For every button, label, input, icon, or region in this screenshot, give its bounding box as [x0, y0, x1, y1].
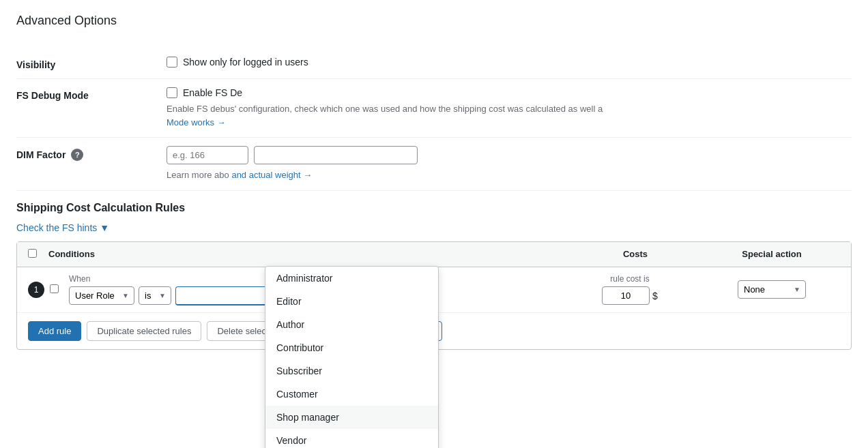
- dim-label-row: DIM Factor ?: [16, 149, 167, 161]
- condition-type-wrapper: User Role ▼: [69, 286, 134, 305]
- header-costs: Costs: [567, 249, 704, 259]
- user-role-dropdown: Administrator Editor Author Contributor …: [265, 266, 439, 448]
- section-title: Advanced Options: [16, 14, 852, 35]
- rule-special-col: None ▼: [704, 280, 840, 299]
- rule-check-col: [50, 284, 63, 295]
- fs-debug-checkbox-row: Enable FS De: [167, 87, 852, 98]
- dim-factor-help-icon[interactable]: ?: [71, 149, 83, 161]
- fs-debug-mode-link[interactable]: Mode works →: [167, 117, 226, 128]
- condition-operator-select[interactable]: is: [139, 286, 171, 305]
- fs-hints-link[interactable]: Check the FS hints ▼: [16, 222, 109, 233]
- visibility-control: Show only for logged in users: [167, 57, 852, 68]
- rules-table-header: Conditions Costs Special action: [17, 242, 851, 267]
- visibility-row: Visibility Show only for logged in users: [16, 48, 852, 79]
- dropdown-item-vendor[interactable]: Vendor: [265, 429, 438, 448]
- currency-symbol: $: [652, 290, 658, 301]
- condition-operator-wrapper: is ▼: [139, 286, 171, 305]
- cost-input[interactable]: [602, 286, 650, 305]
- dropdown-item-shop-manager[interactable]: Shop manager: [265, 406, 438, 429]
- visibility-checkbox-label: Show only for logged in users: [183, 57, 308, 68]
- special-action-wrapper: None ▼: [738, 280, 806, 299]
- dropdown-item-administrator[interactable]: Administrator: [265, 267, 438, 290]
- duplicate-rules-button[interactable]: Duplicate selected rules: [87, 321, 201, 341]
- fs-debug-label: FS Debug Mode: [16, 87, 167, 101]
- fs-debug-checkbox[interactable]: [167, 87, 177, 98]
- dropdown-item-author[interactable]: Author: [265, 313, 438, 336]
- fs-debug-description: Enable FS debus' configuration, check wh…: [167, 102, 852, 129]
- dim-factor-second-input[interactable]: [254, 146, 418, 164]
- visibility-checkbox[interactable]: [167, 57, 177, 68]
- select-all-checkbox[interactable]: [28, 249, 37, 258]
- dim-factor-description: Learn more abo and actual weight →: [167, 168, 852, 182]
- shipping-rules-title: Shipping Cost Calculation Rules: [16, 202, 852, 214]
- dropdown-item-contributor[interactable]: Contributor: [265, 336, 438, 359]
- special-action-select[interactable]: None: [738, 280, 806, 299]
- dropdown-item-customer[interactable]: Customer: [265, 383, 438, 406]
- header-check-col: [28, 249, 48, 260]
- dim-factor-inputs: [167, 146, 852, 164]
- header-special-action: Special action: [704, 249, 840, 259]
- dim-factor-control: Learn more abo and actual weight →: [167, 146, 852, 182]
- fs-debug-row: FS Debug Mode Enable FS De Enable FS deb…: [16, 79, 852, 138]
- header-conditions: Conditions: [48, 249, 567, 259]
- dim-factor-label: DIM Factor ?: [16, 146, 167, 161]
- rule-number: 1: [28, 282, 44, 298]
- dim-factor-row: DIM Factor ? Learn more abo and actual w…: [16, 138, 852, 191]
- fs-debug-control: Enable FS De Enable FS debus' configurat…: [167, 87, 852, 129]
- dim-factor-input[interactable]: [167, 146, 248, 164]
- rule-cost-col: rule cost is $: [562, 274, 698, 305]
- visibility-label: Visibility: [16, 57, 167, 70]
- add-rule-button[interactable]: Add rule: [28, 321, 81, 341]
- cost-input-row: $: [602, 286, 658, 305]
- condition-type-select[interactable]: User Role: [69, 286, 134, 305]
- rule-checkbox[interactable]: [50, 284, 59, 293]
- fs-debug-checkbox-label: Enable FS De: [183, 87, 242, 98]
- dropdown-item-editor[interactable]: Editor: [265, 290, 438, 313]
- dim-factor-weight-link[interactable]: and actual weight →: [231, 170, 312, 180]
- visibility-checkbox-row: Show only for logged in users: [167, 57, 852, 68]
- rule-cost-label: rule cost is: [610, 274, 649, 284]
- dropdown-item-subscriber[interactable]: Subscriber: [265, 359, 438, 383]
